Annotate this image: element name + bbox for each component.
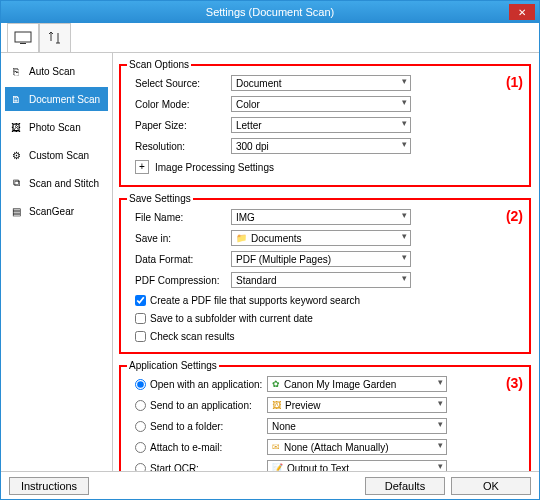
section-save-settings: Save Settings (2) File Name: IMG Save in… (119, 193, 531, 354)
select-save-in[interactable]: 📁 Documents (231, 230, 411, 246)
radio-open-with-app[interactable]: Open with an application: (127, 379, 267, 390)
label-pdf-compression: PDF Compression: (127, 275, 231, 286)
label-image-processing: Image Processing Settings (155, 162, 274, 173)
label-save-in: Save in: (127, 233, 231, 244)
toolbar (1, 23, 539, 53)
sidebar-item-label: Scan and Stitch (29, 178, 99, 189)
section-number: (1) (506, 74, 523, 90)
expand-image-processing[interactable]: + (135, 160, 149, 174)
sidebar-item-auto-scan[interactable]: ⎘ Auto Scan (5, 59, 108, 83)
folder-icon: 📁 (236, 233, 247, 243)
sidebar-item-label: ScanGear (29, 206, 74, 217)
select-data-format[interactable]: PDF (Multiple Pages) (231, 251, 411, 267)
checkbox-pdf-keyword[interactable] (135, 295, 146, 306)
section-legend: Application Settings (127, 360, 219, 371)
ok-button[interactable]: OK (451, 477, 531, 495)
label-pdf-keyword: Create a PDF file that supports keyword … (150, 295, 360, 306)
sidebar-item-document-scan[interactable]: 🗎 Document Scan (5, 87, 108, 111)
section-legend: Save Settings (127, 193, 193, 204)
photo-scan-icon: 🖼 (9, 120, 23, 134)
label-resolution: Resolution: (127, 141, 231, 152)
scangear-icon: ▤ (9, 204, 23, 218)
select-source[interactable]: Document (231, 75, 411, 91)
label-check-results: Check scan results (150, 331, 234, 342)
radio-start-ocr[interactable]: Start OCR: (127, 463, 267, 472)
label-subfolder: Save to a subfolder with current date (150, 313, 313, 324)
sidebar-item-label: Auto Scan (29, 66, 75, 77)
sidebar-item-scangear[interactable]: ▤ ScanGear (5, 199, 108, 223)
stitch-icon: ⧉ (9, 176, 23, 190)
section-number: (3) (506, 375, 523, 391)
svg-rect-1 (20, 43, 26, 44)
close-button[interactable]: ✕ (509, 4, 535, 20)
defaults-button[interactable]: Defaults (365, 477, 445, 495)
text-icon: 📝 (272, 463, 283, 471)
sidebar: ⎘ Auto Scan 🗎 Document Scan 🖼 Photo Scan… (1, 53, 113, 471)
select-paper-size[interactable]: Letter (231, 117, 411, 133)
select-open-app[interactable]: ✿ Canon My Image Garden (267, 376, 447, 392)
tab-scan-settings[interactable] (7, 23, 39, 52)
select-send-folder[interactable]: None (267, 418, 447, 434)
radio-send-to-app[interactable]: Send to an application: (127, 400, 267, 411)
label-select-source: Select Source: (127, 78, 231, 89)
custom-scan-icon: ⚙ (9, 148, 23, 162)
radio-attach-email[interactable]: Attach to e-mail: (127, 442, 267, 453)
select-ocr[interactable]: 📝 Output to Text (267, 460, 447, 471)
select-pdf-compression[interactable]: Standard (231, 272, 411, 288)
tab-preferences[interactable] (39, 23, 71, 52)
section-application-settings: Application Settings (3) Open with an ap… (119, 360, 531, 471)
sidebar-item-label: Document Scan (29, 94, 100, 105)
sidebar-item-scan-and-stitch[interactable]: ⧉ Scan and Stitch (5, 171, 108, 195)
section-legend: Scan Options (127, 59, 191, 70)
label-color-mode: Color Mode: (127, 99, 231, 110)
window-title: Settings (Document Scan) (206, 6, 334, 18)
radio-send-to-folder[interactable]: Send to a folder: (127, 421, 267, 432)
document-scan-icon: 🗎 (9, 92, 23, 106)
section-scan-options: Scan Options (1) Select Source: Document… (119, 59, 531, 187)
select-send-app[interactable]: 🖼 Preview (267, 397, 447, 413)
sidebar-item-custom-scan[interactable]: ⚙ Custom Scan (5, 143, 108, 167)
preview-icon: 🖼 (272, 400, 281, 410)
titlebar: Settings (Document Scan) ✕ (1, 1, 539, 23)
checkbox-subfolder[interactable] (135, 313, 146, 324)
settings-window: Settings (Document Scan) ✕ ⎘ Auto Scan 🗎… (0, 0, 540, 500)
svg-rect-0 (15, 32, 31, 42)
select-resolution[interactable]: 300 dpi (231, 138, 411, 154)
instructions-button[interactable]: Instructions (9, 477, 89, 495)
checkbox-check-results[interactable] (135, 331, 146, 342)
label-data-format: Data Format: (127, 254, 231, 265)
sidebar-item-photo-scan[interactable]: 🖼 Photo Scan (5, 115, 108, 139)
bottom-bar: Instructions Defaults OK (1, 471, 539, 499)
main-content: Scan Options (1) Select Source: Document… (113, 53, 539, 471)
input-file-name[interactable]: IMG (231, 209, 411, 225)
mail-icon: ✉ (272, 442, 280, 452)
select-color-mode[interactable]: Color (231, 96, 411, 112)
label-paper-size: Paper Size: (127, 120, 231, 131)
section-number: (2) (506, 208, 523, 224)
auto-scan-icon: ⎘ (9, 64, 23, 78)
app-icon: ✿ (272, 379, 280, 389)
label-file-name: File Name: (127, 212, 231, 223)
sidebar-item-label: Custom Scan (29, 150, 89, 161)
sidebar-item-label: Photo Scan (29, 122, 81, 133)
select-email[interactable]: ✉ None (Attach Manually) (267, 439, 447, 455)
